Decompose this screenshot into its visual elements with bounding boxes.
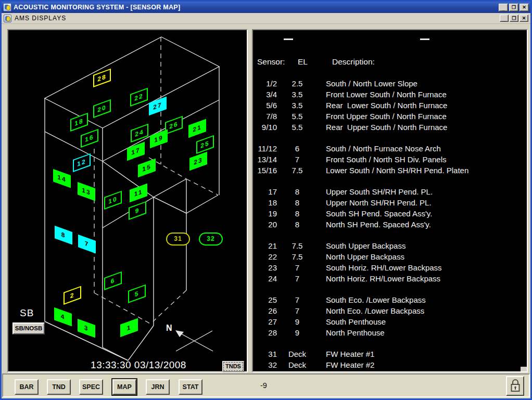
table-row: 11/126South / North Furnace Nose Arch xyxy=(253,143,527,154)
tnds-button[interactable]: TNDS xyxy=(222,361,244,372)
table-row: 32DeckFW Heater #2 xyxy=(253,359,527,370)
sensor-elevation: 7.5 xyxy=(280,166,314,175)
sensor-number: 13/14 xyxy=(253,155,277,164)
sensor-box-31[interactable]: 31 xyxy=(166,233,190,246)
app-icon xyxy=(3,3,11,11)
close-button[interactable]: ✕ xyxy=(520,4,529,11)
child-restore-button[interactable]: ❐ xyxy=(510,15,518,22)
table-row: 178Upper South SH/RH Pend. PL. xyxy=(253,186,527,197)
sb-nosb-button[interactable]: SB/NOSB xyxy=(12,322,45,334)
table-row: 7/85.5Front Upper South / North Furnace xyxy=(253,111,527,122)
sensor-description: Lower South / North SH/RH Pend. Platen xyxy=(326,166,468,175)
sensor-elevation: 6 xyxy=(280,144,314,153)
map-button[interactable]: MAP xyxy=(112,379,136,395)
title-bar: ACOUSTIC MONITORING SYSTEM - [SENSOR MAP… xyxy=(2,2,530,13)
table-row: 5/63.5Rear Lower South / North Furnace xyxy=(253,100,527,111)
sensor-number: 23 xyxy=(253,263,277,272)
sensor-description: Front South / North SH Div. Panels xyxy=(326,155,446,164)
table-row: 289North Penthouse xyxy=(253,327,527,338)
sensor-elevation: 8 xyxy=(280,220,314,229)
table-row: 217.5South Upper Backpass xyxy=(253,240,527,251)
sb-label: SB xyxy=(20,307,34,319)
client-area: 2822202718262116241925171215231413111098… xyxy=(2,24,530,398)
tick-dash xyxy=(284,38,293,40)
sensor-number: 9/10 xyxy=(253,123,277,132)
sensor-elevation: 7 xyxy=(280,306,314,315)
app-window: ACOUSTIC MONITORING SYSTEM - [SENSOR MAP… xyxy=(0,0,532,400)
table-row: 9/105.5Rear Upper South / North Furnace xyxy=(253,122,527,133)
table-row: 247North Horiz. RH/Lower Backpass xyxy=(253,273,527,284)
table-row: 31DeckFW Heater #1 xyxy=(253,349,527,359)
minimize-button[interactable]: _ xyxy=(499,4,508,11)
sensor-description: North Penthouse xyxy=(326,328,385,337)
sensor-elevation: 9 xyxy=(280,328,314,337)
sensor-number: 20 xyxy=(253,220,277,229)
sensor-box-32[interactable]: 32 xyxy=(199,233,223,246)
sensor-group: 11/126South / North Furnace Nose Arch13/… xyxy=(253,143,527,176)
table-row: 208North SH Pend. Spaced Ass'y. xyxy=(253,219,527,230)
status-value: -9 xyxy=(260,381,267,390)
child-window-icon xyxy=(4,15,11,22)
sensor-description: Rear Lower South / North Furnace xyxy=(326,101,447,110)
boiler-wireframe xyxy=(8,30,247,371)
sensor-number: 28 xyxy=(253,328,277,337)
tick-dash xyxy=(420,38,429,40)
sensor-description: FW Heater #2 xyxy=(326,360,374,369)
sensor-number: 21 xyxy=(253,241,277,250)
table-row: 237South Horiz. RH/Lower Backpass xyxy=(253,262,527,273)
spec-button[interactable]: SPEC xyxy=(79,379,103,395)
sensor-number: 32 xyxy=(253,360,277,369)
sensor-description: Upper North SH/RH Pend. PL. xyxy=(326,198,432,207)
jrn-button[interactable]: JRN xyxy=(146,379,170,395)
sensor-description: Front Lower South / North Furnace xyxy=(326,90,447,99)
col-el: EL xyxy=(298,57,308,67)
sensor-group: 178Upper South SH/RH Pend. PL.188Upper N… xyxy=(253,186,527,230)
sensor-elevation: 7.5 xyxy=(280,241,314,250)
sensor-number: 1/2 xyxy=(253,79,277,88)
compass-icon xyxy=(175,330,213,351)
table-row: 188Upper North SH/RH Pend. PL. xyxy=(253,197,527,208)
col-description: Description: xyxy=(332,57,375,67)
table-row: 3/43.5Front Lower South / North Furnace xyxy=(253,89,527,100)
table-row: 279South Penthouse xyxy=(253,316,527,327)
sensor-description: Rear Upper South / North Furnace xyxy=(326,123,447,132)
sensor-number: 18 xyxy=(253,198,277,207)
sensor-number: 15/16 xyxy=(253,166,277,175)
sensor-description: FW Heater #1 xyxy=(326,350,374,358)
child-close-button[interactable]: ✕ xyxy=(520,15,528,22)
timestamp: 13:33:30 03/13/2008 xyxy=(81,359,196,371)
sensor-description: North SH Pend. Spaced Ass'y. xyxy=(326,220,431,229)
sensor-elevation: 3.5 xyxy=(280,101,314,110)
sensor-number: 7/8 xyxy=(253,112,277,121)
bottom-toolbar: BARTNDSPECMAPJRNSTAT -9 xyxy=(2,373,530,397)
sensor-legend-panel: Sensor: EL Description: 1/22.5South / No… xyxy=(252,29,528,372)
child-minimize-button[interactable]: _ xyxy=(500,15,509,22)
sensor-number: 17 xyxy=(253,187,277,196)
sensor-elevation: 7 xyxy=(280,274,314,283)
sensor-elevation: 8 xyxy=(280,198,314,207)
tnd-button[interactable]: TND xyxy=(47,379,71,395)
sensor-description: North Horiz. RH/Lower Backpass xyxy=(326,274,440,283)
sensor-list: 1/22.5South / North Lower Slope3/43.5Fro… xyxy=(253,78,527,381)
table-row: 267North Eco. /Lower Backpass xyxy=(253,305,527,316)
sensor-description: South SH Pend. Spaced Ass'y. xyxy=(326,209,432,218)
table-row: 1/22.5South / North Lower Slope xyxy=(253,78,527,89)
sensor-elevation: 8 xyxy=(280,187,314,196)
compass-north-label: N xyxy=(166,324,172,333)
lock-button[interactable] xyxy=(506,376,524,396)
padlock-icon xyxy=(510,379,521,393)
sensor-description: South / North Lower Slope xyxy=(326,79,417,88)
stat-button[interactable]: STAT xyxy=(179,379,202,395)
table-row: 198South SH Pend. Spaced Ass'y. xyxy=(253,208,527,219)
sensor-elevation: 7 xyxy=(280,155,314,164)
boiler-map-canvas: 2822202718262116241925171215231413111098… xyxy=(7,29,248,372)
sensor-number: 24 xyxy=(253,274,277,283)
bar-button[interactable]: BAR xyxy=(15,379,39,395)
sensor-number: 27 xyxy=(253,317,277,326)
sensor-elevation: 5.5 xyxy=(280,112,314,121)
sensor-elevation: 7 xyxy=(280,295,314,304)
restore-button[interactable]: ❐ xyxy=(509,4,518,11)
menu-item-ams-displays[interactable]: AMS DISPLAYS xyxy=(15,15,500,22)
sensor-number: 25 xyxy=(253,295,277,304)
sensor-elevation: 8 xyxy=(280,209,314,218)
